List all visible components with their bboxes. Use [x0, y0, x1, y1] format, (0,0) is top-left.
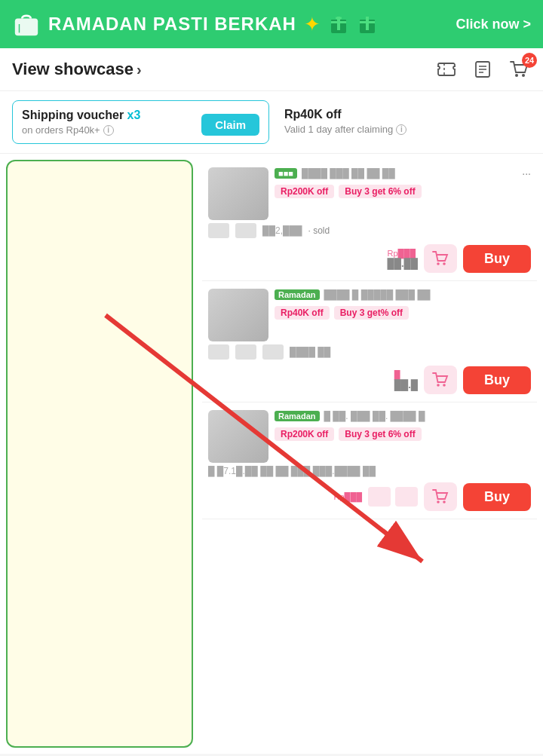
buy-button[interactable]: Buy	[463, 245, 531, 273]
product-image	[208, 410, 268, 463]
voucher-strip: Shipping voucher x3 on orders Rp40k+ i C…	[0, 91, 543, 154]
product-small-img2	[395, 487, 418, 507]
svg-point-16	[437, 262, 440, 265]
banner-left: RAMADAN PASTi BERKAH ✦	[12, 10, 378, 38]
add-to-cart-button[interactable]	[424, 366, 457, 394]
banner-title: RAMADAN PASTi BERKAH	[48, 14, 296, 35]
product-sold: ████ ██	[290, 347, 330, 357]
price-main: ██.██	[388, 258, 418, 269]
view-showcase-link[interactable]: View showcase ›	[12, 60, 142, 79]
tag-discount: Rp200K off	[275, 185, 334, 198]
seller-image	[208, 344, 229, 360]
shipping-title-text: Shipping voucher	[22, 109, 124, 121]
top-banner[interactable]: RAMADAN PASTi BERKAH ✦ Click now >	[0, 0, 543, 48]
add-to-cart-button[interactable]	[424, 482, 457, 511]
product-tags: Rp200K off Buy 3 get 6% off	[275, 185, 531, 198]
cart-add-icon	[431, 371, 449, 389]
claim-button[interactable]: Claim	[201, 114, 259, 136]
product-bottom: Rp███ Buy	[208, 482, 531, 511]
seller-image	[208, 223, 229, 238]
product-bottom: Rp███ ██.██ Buy	[208, 244, 531, 273]
product-tags: Rp40K off Buy 3 get% off	[275, 306, 531, 320]
discount-voucher: Rp40K off Valid 1 day after claiming i	[275, 100, 531, 144]
product-badge: ■■■	[275, 168, 297, 179]
shipping-voucher-title: Shipping voucher x3	[22, 109, 140, 122]
product-list: ■■■ ████ ███ ██ ██ ██ ··· Rp200K off Buy…	[199, 154, 543, 754]
product-thumb2	[262, 344, 284, 360]
voucher-icon-btn[interactable]	[434, 57, 459, 81]
product-bottom: █ ██.█ Buy	[208, 366, 531, 394]
more-icon[interactable]: ···	[522, 167, 531, 179]
add-to-cart-button[interactable]	[424, 244, 457, 273]
discount-voucher-sub: Valid 1 day after claiming i	[284, 124, 522, 135]
header-icons: 24	[434, 57, 531, 81]
price-sub: Rp███	[334, 492, 362, 501]
product-top: Ramadan █ ██. ███ ██. ████ █ Rp200K off …	[208, 410, 531, 463]
tag-bundle: Buy 3 get 6% off	[339, 185, 421, 198]
shipping-sub-text: on orders Rp40k+	[22, 124, 100, 136]
cart-icon-wrap[interactable]: 24	[507, 57, 531, 81]
discount-sub-text: Valid 1 day after claiming	[284, 124, 393, 135]
discount-info-icon: i	[396, 124, 406, 135]
buy-button[interactable]: Buy	[463, 366, 531, 394]
buy-button[interactable]: Buy	[463, 483, 531, 511]
cart-badge: 24	[522, 53, 537, 68]
tag-bundle: Buy 3 get% off	[334, 306, 409, 320]
product-image	[208, 167, 268, 220]
product-sold: · sold	[308, 225, 330, 236]
cart-add-icon	[431, 488, 449, 506]
product-name: ████ █ █████ ███ ██	[324, 289, 531, 301]
category-sidebar[interactable]	[6, 160, 193, 748]
banner-cta[interactable]: Click now >	[456, 17, 531, 32]
product-top: ■■■ ████ ███ ██ ██ ██ ··· Rp200K off Buy…	[208, 167, 531, 220]
product-info: Ramadan █ ██. ███ ██. ████ █ Rp200K off …	[275, 410, 531, 441]
price-main: ██.█	[394, 379, 418, 390]
price-sub: Rp███	[388, 249, 418, 258]
svg-point-21	[443, 500, 446, 503]
svg-point-20	[437, 500, 440, 503]
product-original-price: ██2,███	[262, 225, 302, 236]
svg-rect-8	[360, 21, 375, 23]
product-meta: ████ ██	[208, 344, 531, 360]
product-area-wrapper: ■■■ ████ ███ ██ ██ ██ ··· Rp200K off Buy…	[0, 154, 543, 754]
product-thumb	[235, 344, 256, 360]
tag-discount: Rp40K off	[275, 306, 330, 320]
product-top: Ramadan ████ █ █████ ███ ██ Rp40K off Bu…	[208, 289, 531, 341]
product-badge: Ramadan	[275, 411, 320, 421]
product-meta-text: █ █7.1█.██ ██ ██ ███ ███.████ ██	[208, 466, 376, 476]
svg-rect-4	[331, 21, 346, 23]
header: View showcase ›	[0, 48, 543, 91]
banner-decorations: ✦	[304, 13, 321, 36]
product-info: ■■■ ████ ███ ██ ██ ██ ··· Rp200K off Buy…	[275, 167, 531, 198]
gift-icon	[328, 14, 349, 35]
product-name: ████ ███ ██ ██ ██	[302, 167, 517, 180]
ticket-icon	[436, 59, 457, 80]
svg-point-18	[437, 384, 440, 387]
svg-point-14	[515, 74, 518, 77]
product-badge: Ramadan	[275, 289, 320, 300]
orders-icon-btn[interactable]	[471, 57, 495, 81]
banner-cta-text: Click now >	[456, 17, 531, 32]
tag-bundle: Buy 3 get 6% off	[339, 427, 421, 441]
svg-point-15	[522, 74, 525, 77]
gift2-icon	[357, 14, 378, 35]
product-card: Ramadan ████ █ █████ ███ ██ Rp40K off Bu…	[202, 281, 537, 402]
chevron-icon: ›	[137, 61, 142, 78]
shipping-voucher: Shipping voucher x3 on orders Rp40k+ i C…	[12, 100, 269, 144]
product-meta: ██2,███ · sold	[208, 223, 531, 238]
product-thumb	[235, 223, 256, 238]
product-card: ■■■ ████ ███ ██ ██ ██ ··· Rp200K off Buy…	[202, 160, 537, 281]
product-image	[208, 289, 268, 341]
shopping-bag-icon	[12, 10, 41, 38]
svg-point-19	[443, 384, 446, 387]
price-sub: █	[394, 370, 418, 379]
cart-add-icon	[431, 249, 449, 268]
svg-rect-0	[15, 18, 38, 35]
star-gold-icon: ✦	[304, 13, 321, 36]
product-tags: Rp200K off Buy 3 get 6% off	[275, 427, 531, 441]
product-card: Ramadan █ ██. ███ ██. ████ █ Rp200K off …	[202, 402, 537, 519]
discount-voucher-title: Rp40K off	[284, 108, 522, 121]
shipping-multiplier: x3	[127, 109, 141, 121]
shipping-info-icon: i	[103, 125, 114, 136]
product-info: Ramadan ████ █ █████ ███ ██ Rp40K off Bu…	[275, 289, 531, 320]
